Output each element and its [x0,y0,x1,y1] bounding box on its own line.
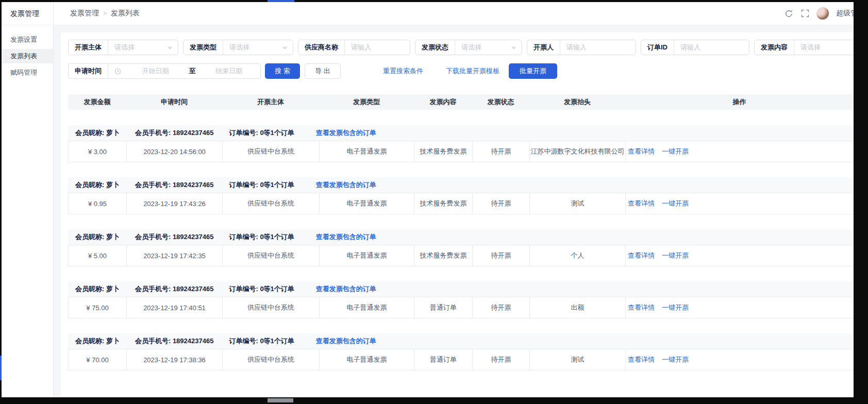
filter-label: 发票内容 [755,40,794,55]
sidebar-item-code-management[interactable]: 赋码管理 [2,65,53,80]
date-range-input[interactable]: 开始日期 至 结束日期 [108,66,260,76]
table-cell: 电子普通发票 [320,349,414,370]
table-cell: 待开票 [473,245,530,266]
invoice-content-filter[interactable]: 发票内容 请选择 [754,40,854,55]
member-nickname: 会员昵称: 萝卜 [75,232,120,242]
table-row: ¥ 5.002023-12-19 17:42:35供应链中台系统电子普通发票技术… [68,245,854,266]
table-cell: 电子普通发票 [320,141,414,162]
user-avatar[interactable] [816,7,829,20]
one-click-invoice-link[interactable]: 一键开票 [662,303,689,312]
one-click-invoice-link[interactable]: 一键开票 [662,251,689,260]
invoice-subject-filter[interactable]: 开票主体 请选择 [68,40,178,55]
issuer-filter[interactable]: 开票人 请输入 [527,40,636,55]
invoice-group: 会员昵称: 萝卜 会员手机号: 18924237465 订单编号: 0等1个订单… [68,177,854,214]
view-details-link[interactable]: 查看详情 [628,251,655,260]
one-click-invoice-link[interactable]: 一键开票 [662,199,689,208]
user-name: 超级管 [836,9,854,18]
start-date-placeholder[interactable]: 开始日期 [124,66,187,76]
table-cell: 2023-12-19 17:38:36 [127,349,223,370]
table-cell: 技术服务费发票 [414,193,473,214]
breadcrumb-invoice-management[interactable]: 发票管理 [70,9,99,18]
table-cell: 供应链中台系统 [223,141,320,162]
column-header: 发票抬头 [529,97,625,107]
column-header: 发票内容 [414,97,472,107]
filter-input[interactable]: 请选择 [794,43,854,52]
table-cell: ¥ 75.00 [69,297,127,318]
breadcrumb: 发票管理 > 发票列表 [70,9,140,18]
one-click-invoice-link[interactable]: 一键开票 [662,147,689,156]
member-phone: 会员手机号: 18924237465 [135,180,213,190]
view-details-link[interactable]: 查看详情 [628,303,655,312]
table-cell: 测试 [530,193,626,214]
filter-input[interactable]: 请输入 [674,43,749,52]
filter-input[interactable]: 请选择 [455,43,511,52]
fullscreen-icon[interactable] [800,9,809,18]
filter-label: 发票状态 [415,40,455,55]
filter-input[interactable]: 请输入 [345,43,410,52]
one-click-invoice-link[interactable]: 一键开票 [662,355,689,364]
clock-icon [114,68,121,75]
main-area: 发票管理 > 发票列表 超级管 开票主体 [54,2,854,397]
view-included-orders-link[interactable]: 查看发票包含的订单 [316,284,376,294]
table-cell: 2023-12-19 17:42:35 [127,245,223,266]
search-button[interactable]: 搜 索 [265,63,300,79]
row-actions: 查看详情 一键开票 [626,141,691,162]
view-included-orders-link[interactable]: 查看发票包含的订单 [316,336,376,346]
view-included-orders-link[interactable]: 查看发票包含的订单 [316,128,376,138]
invoice-status-filter[interactable]: 发票状态 请选择 [415,40,522,55]
table-cell: 2023-12-19 17:43:26 [127,193,223,214]
export-button[interactable]: 导 出 [305,63,341,79]
invoice-type-filter[interactable]: 发票类型 请选择 [183,40,293,55]
column-header: 发票状态 [472,97,529,107]
group-header: 会员昵称: 萝卜 会员手机号: 18924237465 订单编号: 0等1个订单… [68,125,854,141]
member-phone: 会员手机号: 18924237465 [135,232,213,242]
batch-invoice-button[interactable]: 批量开票 [509,63,557,79]
apply-time-filter: 申请时间 开始日期 至 结束日期 [68,63,261,79]
group-header: 会员昵称: 萝卜 会员手机号: 18924237465 订单编号: 0等1个订单… [68,229,854,245]
view-details-link[interactable]: 查看详情 [628,147,655,156]
topbar: 发票管理 > 发票列表 超级管 [54,2,854,25]
table-cell: 测试 [530,349,626,370]
invoice-list-card: 开票主体 请选择 发票类型 请选择 供应商名称 请输入 发票状态 请选择 开票人… [61,32,854,397]
filter-input[interactable]: 请输入 [560,43,636,52]
invoice-group: 会员昵称: 萝卜 会员手机号: 18924237465 订单编号: 0等1个订单… [68,125,854,162]
order-number: 订单编号: 0等1个订单 [229,336,294,346]
invoice-group: 会员昵称: 萝卜 会员手机号: 18924237465 订单编号: 0等1个订单… [68,229,854,266]
chevron-down-icon [511,45,516,50]
table-cell: ¥ 3.00 [69,141,127,162]
order-number: 订单编号: 0等1个订单 [229,128,294,138]
view-details-link[interactable]: 查看详情 [628,199,655,208]
view-included-orders-link[interactable]: 查看发票包含的订单 [316,232,376,242]
column-header: 申请时间 [126,97,222,107]
filter-label: 开票人 [527,40,560,55]
view-included-orders-link[interactable]: 查看发票包含的订单 [316,180,376,190]
end-date-placeholder[interactable]: 结束日期 [198,66,261,76]
column-header: 发票类型 [319,97,414,107]
member-nickname: 会员昵称: 萝卜 [75,180,120,190]
date-range-separator: 至 [187,66,198,76]
sidebar-item-invoice-settings[interactable]: 发票设置 [2,32,53,47]
filter-input[interactable]: 请选择 [108,43,167,52]
view-details-link[interactable]: 查看详情 [628,355,655,364]
filter-label: 供应商名称 [298,40,345,55]
chevron-down-icon [167,45,173,50]
order-number: 订单编号: 0等1个订单 [229,284,294,294]
order-number: 订单编号: 0等1个订单 [229,232,294,242]
refresh-icon[interactable] [784,9,793,18]
order-id-filter[interactable]: 订单ID 请输入 [641,40,749,55]
download-batch-template-link[interactable]: 下载批量开票模板 [446,66,499,76]
supplier-name-filter[interactable]: 供应商名称 请输入 [298,40,410,55]
table-cell: 供应链中台系统 [223,245,320,266]
sidebar-nav: 发票设置发票列表赋码管理 [2,25,53,80]
table-cell: 2023-12-20 14:56:00 [127,141,223,162]
table-cell: 出额 [530,297,626,318]
breadcrumb-invoice-list: 发票列表 [111,9,140,18]
reset-search-link[interactable]: 重置搜索条件 [383,66,423,76]
horizontal-scrollbar-thumb[interactable] [268,398,293,402]
group-header: 会员昵称: 萝卜 会员手机号: 18924237465 订单编号: 0等1个订单… [68,333,854,349]
row-actions: 查看详情 一键开票 [626,349,691,370]
sidebar-item-invoice-list[interactable]: 发票列表 [2,49,53,63]
filter-input[interactable]: 请选择 [223,43,282,52]
chevron-down-icon [282,45,288,50]
table-cell: 普通订单 [414,349,473,370]
